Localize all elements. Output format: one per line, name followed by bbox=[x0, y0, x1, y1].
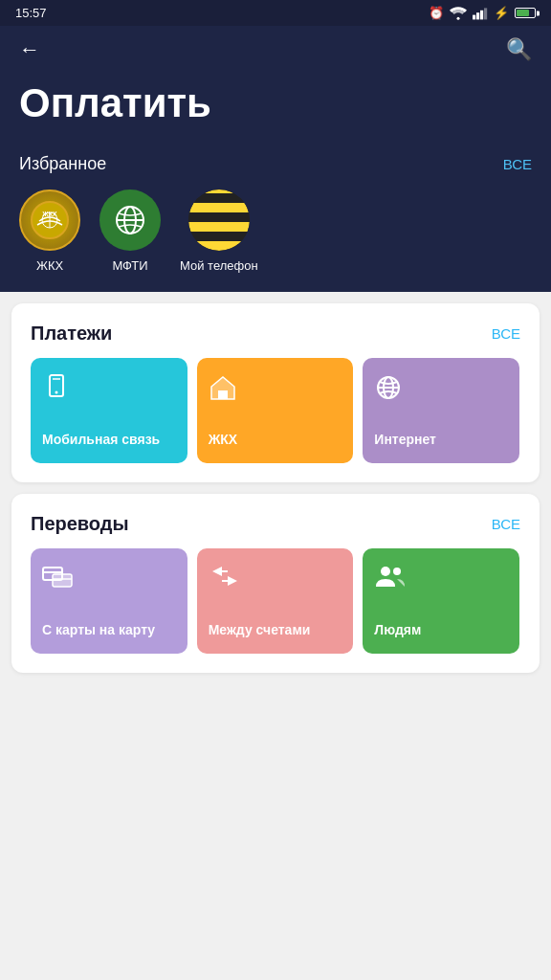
svg-point-25 bbox=[381, 567, 390, 576]
status-time: 15:57 bbox=[15, 6, 47, 20]
favorites-header: Избранное ВСЕ bbox=[19, 154, 532, 174]
status-icons: ⏰ ⚡ bbox=[429, 6, 536, 20]
card-to-card-icon bbox=[42, 564, 73, 597]
payments-header: Платежи ВСЕ bbox=[31, 323, 520, 345]
transfer-card-to-card[interactable]: С карты на карту bbox=[31, 548, 187, 654]
favorites-section: Избранное ВСЕ ЖКХ ЖКХ bbox=[0, 154, 551, 292]
mobile-icon bbox=[42, 373, 71, 409]
svg-rect-3 bbox=[480, 10, 483, 19]
signal-icon bbox=[473, 7, 488, 20]
svg-rect-4 bbox=[484, 8, 487, 19]
alarm-icon: ⏰ bbox=[429, 6, 444, 20]
zhkh-payment-icon bbox=[209, 373, 237, 409]
transfers-grid: С карты на карту Между счетами bbox=[31, 548, 520, 654]
to-people-icon bbox=[374, 564, 407, 597]
svg-point-13 bbox=[55, 391, 58, 394]
favorite-zhkh[interactable]: ЖКХ ЖКХ bbox=[19, 189, 80, 273]
svg-point-0 bbox=[457, 16, 460, 19]
svg-rect-1 bbox=[473, 14, 475, 19]
charging-icon: ⚡ bbox=[494, 6, 509, 20]
to-people-label: Людям bbox=[374, 621, 421, 638]
header-nav: ← 🔍 bbox=[19, 37, 532, 62]
favorites-title: Избранное bbox=[19, 154, 106, 174]
payments-grid: Мобильная связь ЖКХ bbox=[31, 358, 520, 463]
transfers-title: Переводы bbox=[31, 513, 129, 535]
payment-zhkh[interactable]: ЖКХ bbox=[197, 358, 354, 463]
favorite-phone[interactable]: Мой телефон bbox=[180, 189, 258, 273]
payment-mobile[interactable]: Мобильная связь bbox=[31, 358, 187, 463]
battery-icon bbox=[515, 8, 536, 18]
cards-container: Платежи ВСЕ Мобильная связь bbox=[0, 292, 551, 696]
wifi-icon bbox=[450, 7, 467, 20]
transfers-header: Переводы ВСЕ bbox=[31, 513, 520, 535]
internet-icon bbox=[374, 373, 403, 409]
favorites-see-all[interactable]: ВСЕ bbox=[503, 156, 532, 172]
page-title: Оплатить bbox=[19, 81, 532, 125]
zhkh-payment-label: ЖКХ bbox=[209, 431, 238, 448]
transfers-see-all[interactable]: ВСЕ bbox=[492, 516, 520, 532]
svg-rect-15 bbox=[218, 390, 228, 399]
mfti-icon bbox=[99, 189, 161, 251]
internet-label: Интернет bbox=[374, 431, 436, 448]
header: ← 🔍 Оплатить bbox=[0, 26, 551, 154]
favorites-list: ЖКХ ЖКХ МФТИ bbox=[19, 189, 532, 273]
payment-internet[interactable]: Интернет bbox=[363, 358, 519, 463]
between-accounts-icon bbox=[209, 564, 241, 595]
transfers-card: Переводы ВСЕ С карты на карту bbox=[11, 494, 540, 673]
zhkh-label: ЖКХ bbox=[36, 258, 63, 273]
svg-rect-2 bbox=[476, 12, 479, 19]
svg-point-26 bbox=[393, 568, 401, 575]
mfti-label: МФТИ bbox=[112, 258, 147, 273]
card-to-card-label: С карты на карту bbox=[42, 621, 155, 638]
favorite-mfti[interactable]: МФТИ bbox=[99, 189, 161, 273]
status-bar: 15:57 ⏰ ⚡ bbox=[0, 0, 551, 26]
transfer-between-accounts[interactable]: Между счетами bbox=[197, 548, 354, 654]
search-button[interactable]: 🔍 bbox=[506, 37, 532, 62]
svg-rect-21 bbox=[53, 574, 72, 587]
mobile-label: Мобильная связь bbox=[42, 431, 160, 448]
back-button[interactable]: ← bbox=[19, 37, 40, 62]
phone-icon bbox=[188, 189, 250, 251]
between-accounts-label: Между счетами bbox=[209, 621, 311, 638]
transfer-to-people[interactable]: Людям bbox=[363, 548, 519, 654]
phone-label: Мой телефон bbox=[180, 258, 258, 273]
payments-card: Платежи ВСЕ Мобильная связь bbox=[11, 303, 540, 482]
payments-see-all[interactable]: ВСЕ bbox=[492, 325, 520, 342]
zhkh-icon: ЖКХ bbox=[19, 189, 80, 251]
payments-title: Платежи bbox=[31, 323, 112, 345]
